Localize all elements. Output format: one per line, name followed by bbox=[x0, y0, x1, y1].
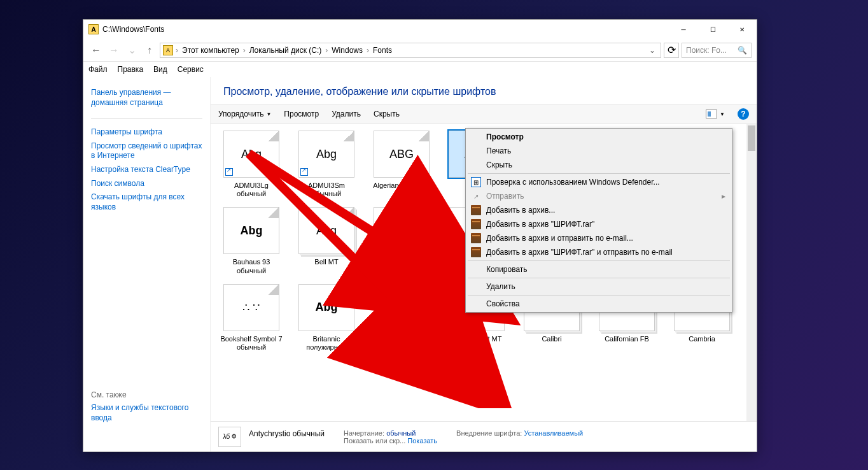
address-bar[interactable]: A › Этот компьютер › Локальный диск (C:)… bbox=[160, 43, 661, 58]
font-item[interactable]: AbgBe bbox=[370, 207, 433, 274]
window-controls: ─ ☐ ✕ bbox=[669, 20, 757, 39]
maximize-button[interactable]: ☐ bbox=[698, 20, 727, 39]
breadcrumb-item[interactable]: Windows bbox=[330, 46, 364, 55]
sidebar-link[interactable]: Поиск символа bbox=[91, 177, 202, 191]
toolbar: Упорядочить ▼ Просмотр Удалить Скрыть ▼ … bbox=[211, 104, 757, 124]
breadcrumb-item[interactable]: Локальный диск (C:) bbox=[248, 46, 323, 55]
search-placeholder: Поиск: Fo... bbox=[686, 46, 727, 55]
statusbar: λб Ф Antychrystio обычный Начертание: об… bbox=[211, 421, 757, 452]
font-item[interactable]: ABGAlgerian обычный bbox=[370, 131, 433, 198]
context-menu-item[interactable]: Печать bbox=[467, 144, 731, 158]
menu-file[interactable]: Файл bbox=[88, 65, 108, 74]
rar-icon bbox=[471, 233, 481, 243]
sidebar-link[interactable]: Настройка текста ClearType bbox=[91, 163, 202, 177]
fonts-folder-icon: A bbox=[88, 24, 99, 34]
scroll-thumb[interactable] bbox=[748, 125, 755, 151]
font-item[interactable]: ∴ ∵Bookshelf Symbol 7 обычный bbox=[220, 284, 283, 352]
explorer-window: A C:\Windows\Fonts ─ ☐ ✕ ← → ⌄ ↑ A › Это… bbox=[83, 19, 757, 452]
font-item[interactable]: AbgBritannic полужирный bbox=[295, 284, 358, 352]
breadcrumb-item[interactable]: Этот компьютер bbox=[181, 46, 241, 55]
context-menu: ПросмотрПечатьСкрыть⊞Проверка с использо… bbox=[465, 128, 732, 313]
menu-view[interactable]: Вид bbox=[153, 65, 167, 74]
status-font-name: Antychrystio обычный bbox=[249, 429, 325, 438]
breadcrumb-item[interactable]: Fonts bbox=[372, 46, 393, 55]
help-icon[interactable]: ? bbox=[738, 108, 749, 120]
page-title: Просмотр, удаление, отображение или скры… bbox=[211, 77, 757, 104]
navbar: ← → ⌄ ↑ A › Этот компьютер › Локальный д… bbox=[83, 39, 757, 62]
scrollbar[interactable] bbox=[746, 124, 757, 421]
minimize-button[interactable]: ─ bbox=[669, 20, 698, 39]
menubar: Файл Правка Вид Сервис bbox=[83, 62, 757, 77]
sidebar-link[interactable]: Языки и службы текстового ввода bbox=[91, 401, 202, 425]
hide-button[interactable]: Скрыть bbox=[374, 110, 400, 118]
context-menu-item[interactable]: Свойства bbox=[467, 297, 731, 311]
font-item[interactable]: AbgBauhaus 93 обычный bbox=[220, 207, 283, 274]
context-menu-item[interactable]: ⊞Проверка с использованием Windows Defen… bbox=[467, 175, 731, 189]
context-menu-item[interactable]: Добавить в архив "ШРИФТ.rar" bbox=[467, 217, 731, 231]
sidebar-link[interactable]: Параметры шрифта bbox=[91, 125, 202, 139]
font-item[interactable]: AbgADMUI3Sm обычный bbox=[295, 131, 358, 198]
sidebar-link[interactable]: Просмотр сведений о шрифтах в Интернете bbox=[91, 139, 202, 163]
context-menu-item[interactable]: Добавить в архив и отправить по e-mail..… bbox=[467, 231, 731, 245]
rar-icon bbox=[471, 247, 481, 257]
main-panel: Просмотр, удаление, отображение или скры… bbox=[211, 77, 757, 452]
back-button[interactable]: ← bbox=[88, 43, 104, 58]
preview-button[interactable]: Просмотр bbox=[284, 110, 319, 118]
menu-edit[interactable]: Правка bbox=[118, 65, 144, 74]
context-menu-item[interactable]: Просмотр bbox=[467, 130, 731, 144]
seealso-label: См. также bbox=[91, 388, 202, 401]
context-menu-item[interactable]: Копировать bbox=[467, 262, 731, 276]
up-button[interactable]: ↑ bbox=[142, 43, 157, 58]
recent-dropdown[interactable]: ⌄ bbox=[124, 43, 139, 58]
font-item[interactable]: AbgADMUI3Lg обычный bbox=[220, 131, 283, 198]
refresh-button[interactable]: ⟳ bbox=[664, 43, 679, 58]
address-dropdown-icon[interactable]: ⌄ bbox=[647, 46, 658, 55]
fonts-folder-icon: A bbox=[163, 45, 173, 55]
status-thumb: λб Ф bbox=[218, 427, 241, 447]
organize-button[interactable]: Упорядочить ▼ bbox=[218, 110, 271, 118]
sidebar-home-link[interactable]: Панель управления — домашняя страница bbox=[91, 86, 202, 110]
send-icon: ↗ bbox=[471, 191, 481, 201]
view-options-button[interactable]: ▼ bbox=[706, 110, 725, 118]
font-item[interactable]: AbgBroadway обычный bbox=[370, 284, 433, 352]
window-title: C:\Windows\Fonts bbox=[102, 25, 669, 34]
sidebar-link[interactable]: Скачать шрифты для всех языков bbox=[91, 190, 202, 214]
shield-icon: ⊞ bbox=[471, 177, 481, 187]
context-menu-item[interactable]: Добавить в архив... bbox=[467, 203, 731, 217]
forward-button[interactable]: → bbox=[106, 43, 122, 58]
context-menu-item[interactable]: Удалить bbox=[467, 280, 731, 294]
search-input[interactable]: Поиск: Fo... 🔍 bbox=[682, 43, 752, 58]
context-menu-item[interactable]: Добавить в архив "ШРИФТ.rar" и отправить… bbox=[467, 245, 731, 259]
context-menu-item[interactable]: Скрыть bbox=[467, 158, 731, 172]
delete-button[interactable]: Удалить bbox=[332, 110, 361, 118]
menu-tools[interactable]: Сервис bbox=[178, 65, 204, 74]
font-item[interactable]: AbgBell MT bbox=[295, 207, 358, 274]
rar-icon bbox=[471, 219, 481, 229]
sidebar: Панель управления — домашняя страница Па… bbox=[83, 77, 211, 452]
search-icon: 🔍 bbox=[738, 46, 747, 55]
rar-icon bbox=[471, 205, 481, 215]
body: Панель управления — домашняя страница Па… bbox=[83, 77, 757, 452]
close-button[interactable]: ✕ bbox=[727, 20, 757, 39]
titlebar: A C:\Windows\Fonts ─ ☐ ✕ bbox=[83, 20, 757, 39]
context-menu-item[interactable]: ↗Отправить▸ bbox=[467, 189, 731, 203]
